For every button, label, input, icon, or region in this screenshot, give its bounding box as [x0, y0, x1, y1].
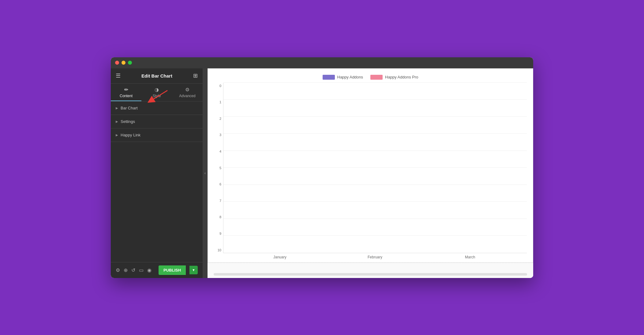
y-label-9: 9 [214, 230, 223, 237]
accordion-bar-chart-header[interactable]: ▶ Bar Chart [111, 101, 203, 115]
y-label-1: 1 [214, 99, 223, 105]
accordion-settings-label: Settings [121, 119, 135, 124]
y-label-2: 2 [214, 116, 223, 122]
accordion-bar-chart: ▶ Bar Chart [111, 101, 203, 115]
app-window: ☰ Edit Bar Chart ⊞ ✏ Content ◑ Style ⚙ A… [111, 57, 533, 278]
x-label-january: January [232, 255, 328, 262]
main-area: ☰ Edit Bar Chart ⊞ ✏ Content ◑ Style ⚙ A… [111, 68, 533, 278]
y-label-10: 10 [214, 247, 223, 253]
chart-body: 10 9 8 7 6 5 4 3 2 1 0 [214, 83, 527, 262]
publish-dropdown-button[interactable]: ▼ [189, 266, 198, 274]
accordion-happy-link-label: Happy Link [121, 133, 140, 137]
y-label-4: 4 [214, 148, 223, 154]
x-label-march: March [422, 255, 518, 262]
y-axis: 10 9 8 7 6 5 4 3 2 1 0 [214, 83, 223, 262]
advanced-tab-icon: ⚙ [185, 87, 189, 93]
y-label-0: 0 [214, 83, 223, 89]
y-label-8: 8 [214, 214, 223, 220]
legend-label-happy-addons: Happy Addons [337, 75, 363, 79]
chart-plot: January February March [223, 83, 527, 262]
y-label-5: 5 [214, 165, 223, 171]
legend-color-purple [323, 75, 335, 80]
accordion-settings-header[interactable]: ▶ Settings [111, 115, 203, 128]
chart-bottom [208, 263, 533, 278]
chevron-settings-icon: ▶ [116, 120, 118, 123]
x-labels: January February March [223, 253, 527, 262]
layers-icon[interactable]: ⊕ [124, 267, 128, 273]
tab-style-label: Style [153, 94, 161, 98]
accordion-happy-link-header[interactable]: ▶ Happy Link [111, 128, 203, 142]
collapse-icon: ‹ [204, 171, 206, 175]
maximize-button[interactable] [128, 61, 132, 65]
legend-item-happy-addons-pro: Happy Addons Pro [370, 75, 418, 80]
accordion-happy-link: ▶ Happy Link [111, 128, 203, 142]
tab-style[interactable]: ◑ Style [141, 84, 172, 101]
legend-color-pink [370, 75, 383, 80]
chart-container: Happy Addons Happy Addons Pro 10 9 8 7 [208, 68, 533, 263]
sidebar-title: Edit Bar Chart [141, 73, 172, 78]
tab-advanced[interactable]: ⚙ Advanced [172, 84, 203, 101]
minimize-button[interactable] [122, 61, 125, 65]
publish-button[interactable]: PUBLISH [159, 265, 186, 275]
chevron-icon: ▶ [116, 106, 118, 110]
content-tab-icon: ✏ [124, 87, 128, 93]
y-label-3: 3 [214, 132, 223, 138]
settings-icon[interactable]: ⚙ [116, 267, 120, 273]
sidebar-collapse-handle[interactable]: ‹ [203, 68, 208, 278]
y-label-6: 6 [214, 181, 223, 187]
tabs-container: ✏ Content ◑ Style ⚙ Advanced [111, 84, 203, 101]
preview-icon[interactable]: ◉ [147, 267, 152, 273]
chart-legend: Happy Addons Happy Addons Pro [214, 75, 527, 83]
scroll-bar-track[interactable] [214, 273, 527, 276]
bottom-toolbar: ⚙ ⊕ ↺ ▭ ◉ PUBLISH ▼ [111, 262, 203, 278]
hamburger-icon[interactable]: ☰ [116, 72, 121, 79]
bars-container [223, 83, 527, 253]
tab-content[interactable]: ✏ Content [111, 84, 141, 101]
chart-area: Happy Addons Happy Addons Pro 10 9 8 7 [208, 68, 533, 278]
legend-label-happy-addons-pro: Happy Addons Pro [385, 75, 418, 79]
legend-item-happy-addons: Happy Addons [323, 75, 363, 80]
titlebar [111, 57, 533, 68]
sidebar: ☰ Edit Bar Chart ⊞ ✏ Content ◑ Style ⚙ A… [111, 68, 203, 278]
grid-icon[interactable]: ⊞ [193, 72, 198, 79]
close-button[interactable] [115, 61, 119, 65]
tab-advanced-label: Advanced [179, 94, 195, 98]
history-icon[interactable]: ↺ [131, 267, 135, 273]
y-label-7: 7 [214, 198, 223, 204]
tab-content-label: Content [120, 94, 133, 98]
style-tab-icon: ◑ [155, 87, 159, 93]
grid-lines [223, 83, 527, 253]
traffic-lights [115, 61, 132, 65]
responsive-icon[interactable]: ▭ [139, 267, 144, 273]
sidebar-header: ☰ Edit Bar Chart ⊞ [111, 68, 203, 84]
accordion-bar-chart-label: Bar Chart [121, 106, 138, 110]
chevron-happy-link-icon: ▶ [116, 133, 118, 137]
x-label-february: February [328, 255, 423, 262]
sidebar-content: ▶ Bar Chart ▶ Settings ▶ Happy Link [111, 101, 203, 262]
accordion-settings: ▶ Settings [111, 115, 203, 128]
